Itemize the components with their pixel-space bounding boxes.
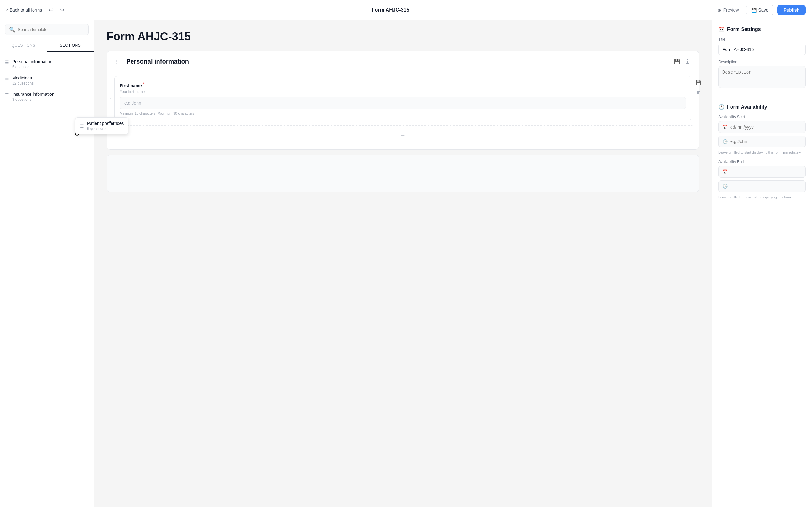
field-drag-handle[interactable]: ⋮⋮ xyxy=(108,96,116,101)
start-hint: Leave unfilled to start displaying this … xyxy=(718,150,806,155)
main-layout: 🔍 QUESTIONS SECTIONS ☰ Personal informat… xyxy=(0,20,812,507)
tabs: QUESTIONS SECTIONS xyxy=(0,40,94,52)
section-icon-personal: ☰ xyxy=(5,60,9,65)
dragging-section-name: Patient preffernces xyxy=(87,121,124,126)
availability-end-time-row[interactable]: 🕐 xyxy=(718,180,806,192)
preview-button[interactable]: ◉ Preview xyxy=(715,6,742,14)
panel-divider xyxy=(712,99,812,99)
undo-redo-group: ↩ ↪ xyxy=(47,5,66,15)
section-item-personal[interactable]: ☰ Personal information 5 questions xyxy=(0,56,94,72)
card-actions: 💾 🗑 xyxy=(673,57,692,66)
card-save-btn[interactable]: 💾 xyxy=(673,57,681,66)
end-hint: Leave unfilled to never stop displaying … xyxy=(718,195,806,200)
form-title-header: Form AHJC-315 xyxy=(372,7,409,13)
blank-section xyxy=(106,155,699,192)
save-icon: 💾 xyxy=(751,7,757,12)
personal-info-card-header: ⋮⋮ Personal information 💾 🗑 xyxy=(107,51,699,71)
calendar-icon: 📅 xyxy=(722,124,728,129)
section-icon-medicines: ☰ xyxy=(5,76,9,81)
field-input-placeholder: e.g John xyxy=(120,97,686,109)
form-availability-title: Form Availability xyxy=(727,104,767,110)
redo-button[interactable]: ↪ xyxy=(58,5,66,15)
form-availability-section: 🕐 Form Availability Availability Start 📅… xyxy=(712,104,812,210)
card-title-row: ⋮⋮ Personal information xyxy=(114,58,189,65)
settings-icon: 📅 xyxy=(718,26,725,32)
search-input[interactable] xyxy=(18,27,85,32)
availability-start-date-row[interactable]: 📅 xyxy=(718,121,806,133)
availability-start-date-input[interactable] xyxy=(730,124,802,129)
tab-questions[interactable]: QUESTIONS xyxy=(0,40,47,52)
availability-end-date-row[interactable]: 📅 xyxy=(718,166,806,178)
tab-sections[interactable]: SECTIONS xyxy=(47,40,94,52)
section-info-insurance: Insurance information 3 questions xyxy=(12,92,54,102)
field-first-name-inner: ⋮⋮ 💾 🗑 First name * Your first name e.g … xyxy=(114,76,692,120)
availability-start-time-input[interactable] xyxy=(730,139,802,144)
form-settings-section: 📅 Form Settings Title Description xyxy=(712,20,812,94)
field-delete-btn[interactable]: 🗑 xyxy=(695,88,702,96)
search-icon: 🔍 xyxy=(9,26,15,33)
section-count-personal: 5 questions xyxy=(12,65,52,69)
availability-start-label: Availability Start xyxy=(718,115,806,119)
field-description: Your first name xyxy=(120,90,686,94)
section-name-personal: Personal information xyxy=(12,59,52,64)
field-label: First name * xyxy=(120,81,686,88)
search-box: 🔍 xyxy=(0,20,94,40)
add-field-icon[interactable]: + xyxy=(401,131,405,139)
card-drag-handle[interactable]: ⋮⋮ xyxy=(114,59,123,64)
form-settings-title-row: 📅 Form Settings xyxy=(718,26,806,32)
section-name-medicines: Medicines xyxy=(12,75,34,80)
dragging-section-count: 6 questions xyxy=(87,126,124,131)
back-arrow-icon: ‹ xyxy=(6,7,8,12)
section-item-medicines[interactable]: ☰ Medicines 12 questions xyxy=(0,72,94,89)
save-label: Save xyxy=(758,7,768,12)
section-count-medicines: 12 questions xyxy=(12,81,34,86)
calendar-end-icon: 📅 xyxy=(722,169,728,174)
topbar-left: ‹ Back to all forms ↩ ↪ xyxy=(6,5,66,15)
availability-end-date-input[interactable] xyxy=(730,169,802,174)
undo-button[interactable]: ↩ xyxy=(47,5,55,15)
section-item-insurance[interactable]: ☰ Insurance information 3 questions xyxy=(0,89,94,105)
topbar-right: ◉ Preview 💾 Save Publish xyxy=(715,5,806,15)
availability-icon: 🕐 xyxy=(718,104,725,110)
save-button[interactable]: 💾 Save xyxy=(746,5,774,15)
preview-label: Preview xyxy=(723,7,739,12)
field-side-actions: 💾 🗑 xyxy=(695,79,702,96)
search-input-wrap[interactable]: 🔍 xyxy=(5,24,89,35)
clock-end-icon: 🕐 xyxy=(722,184,728,189)
required-marker: * xyxy=(143,81,145,87)
sidebar: 🔍 QUESTIONS SECTIONS ☰ Personal informat… xyxy=(0,20,94,507)
section-name-insurance: Insurance information xyxy=(12,92,54,97)
availability-start-time-row[interactable]: 🕐 xyxy=(718,135,806,148)
description-label: Description xyxy=(718,60,806,64)
section-count-insurance: 3 questions xyxy=(12,97,54,102)
form-title-input[interactable] xyxy=(718,44,806,55)
publish-button[interactable]: Publish xyxy=(777,5,806,15)
personal-info-card: ⋮⋮ Personal information 💾 🗑 ⋮⋮ 💾 🗑 xyxy=(106,51,699,150)
topbar: ‹ Back to all forms ↩ ↪ Form AHJC-315 ◉ … xyxy=(0,0,812,20)
content-area: Form AHJC-315 ⋮⋮ Personal information 💾 … xyxy=(94,20,712,507)
back-to-forms-link[interactable]: ‹ Back to all forms xyxy=(6,7,42,12)
preview-icon: ◉ xyxy=(718,7,721,12)
availability-end-label: Availability End xyxy=(718,160,806,164)
title-label: Title xyxy=(718,37,806,42)
section-icon-insurance: ☰ xyxy=(5,92,9,97)
dragging-section-icon: ☰ xyxy=(80,124,84,129)
right-panel: 📅 Form Settings Title Description 🕐 Form… xyxy=(712,20,812,507)
dragging-section-item[interactable]: ☰ Patient preffernces 6 questions xyxy=(75,117,129,134)
clock-icon: 🕐 xyxy=(722,139,728,144)
field-first-name-wrap: ⋮⋮ 💾 🗑 First name * Your first name e.g … xyxy=(107,71,699,125)
availability-end-time-input[interactable] xyxy=(730,184,802,189)
dragging-section-info: Patient preffernces 6 questions xyxy=(87,121,124,131)
card-title: Personal information xyxy=(126,58,189,65)
form-settings-title: Form Settings xyxy=(727,26,761,32)
section-info-personal: Personal information 5 questions xyxy=(12,59,52,69)
field-hint: Minimum 15 characters. Maximum 30 charac… xyxy=(120,111,686,115)
field-save-btn[interactable]: 💾 xyxy=(695,79,702,87)
section-info-medicines: Medicines 12 questions xyxy=(12,75,34,86)
description-textarea[interactable] xyxy=(718,66,806,88)
card-delete-btn[interactable]: 🗑 xyxy=(684,57,692,66)
form-main-title: Form AHJC-315 xyxy=(106,30,699,43)
form-availability-title-row: 🕐 Form Availability xyxy=(718,104,806,110)
back-label: Back to all forms xyxy=(10,7,42,12)
